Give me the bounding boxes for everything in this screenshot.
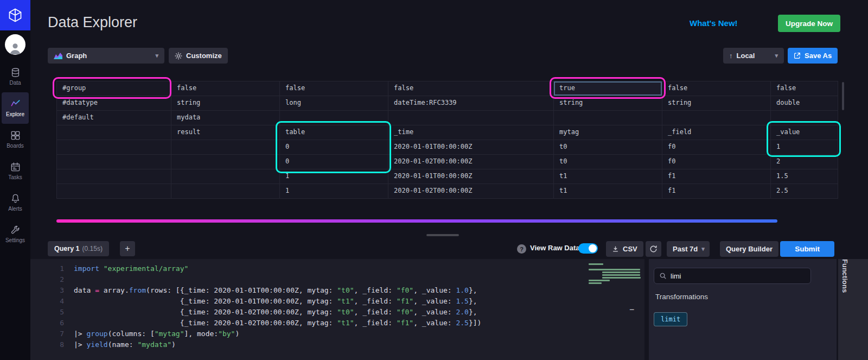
functions-tab-label: Functions [839,259,851,360]
whats-new-link[interactable]: What's New! [690,18,738,28]
line-number: 1 [30,263,64,274]
line-number: 7 [30,329,64,339]
function-result-limit[interactable]: limit [654,312,687,326]
time-range-dropdown[interactable]: Past 7d ▾ [667,241,710,257]
sidebar-item-label: Explore [6,111,24,117]
table-cell: long [280,96,388,111]
functions-panel: Transformations limit [649,259,837,360]
table-cell [171,155,280,169]
table-cell [388,111,554,125]
line-number: 8 [30,339,64,350]
table-cell: 2020-01-01T00:00:00Z [388,140,554,155]
refresh-icon [649,245,658,253]
export-icon [794,52,801,59]
graph-type-icon [54,52,62,59]
avatar[interactable] [5,34,25,55]
refresh-button[interactable] [646,241,661,257]
visualization-type-label: Graph [66,52,87,60]
gradient-scrollbar[interactable] [56,219,777,223]
table-cell: dateTime:RFC3339 [388,96,554,111]
sidebar-item-tasks[interactable]: Tasks [2,155,29,187]
sidebar-item-label: Alerts [8,206,22,212]
table-cell: false [280,81,388,96]
minimap-line [602,274,640,276]
database-icon [10,67,21,78]
table-cell [57,140,171,155]
query-tab[interactable]: Query 1 (0.15s) [48,241,109,256]
chevron-down-icon: ▾ [155,52,158,59]
minimap-line [589,263,603,265]
table-cell: result [171,125,280,140]
query-builder-button[interactable]: Query Builder [720,241,778,257]
minimap-line [602,271,640,273]
functions-tab-strip[interactable]: Functions [838,259,868,360]
table-cell: 1 [280,169,388,184]
line-number: 6 [30,318,64,329]
table-cell: _value [771,125,838,140]
table-cell: t0 [554,155,662,169]
table-cell: mytag [554,125,662,140]
save-as-button[interactable]: Save As [788,48,838,64]
sidebar-nav: DataExploreBoardsTasksAlertsSettings [0,61,30,250]
submit-button[interactable]: Submit [780,241,834,257]
table-cell: 2020-01-02T00:00:00Z [388,184,554,199]
sidebar-item-alerts[interactable]: Alerts [2,187,29,218]
add-query-button[interactable]: + [120,241,135,256]
raw-data-table-wrap: #groupfalsefalsefalsetruefalsefalse#data… [56,81,838,198]
influxdb-logo[interactable] [0,0,30,30]
sidebar-item-data[interactable]: Data [2,61,29,92]
table-cell: 0 [280,140,388,155]
table-cell [171,184,280,199]
sidebar-item-label: Data [9,80,21,86]
editor-code[interactable]: import "experimental/array"data = array.… [74,263,481,350]
minimap-line [589,269,640,270]
function-search-box[interactable] [654,268,811,284]
visualization-type-dropdown[interactable]: Graph ▾ [48,48,164,64]
bell-icon [10,193,21,204]
table-cell: string [554,96,662,111]
table-cell [662,111,771,125]
upgrade-now-button[interactable]: Upgrade Now [778,15,840,32]
sidebar: DataExploreBoardsTasksAlertsSettings [0,0,30,360]
table-cell: 2020-01-01T00:00:00Z [388,169,554,184]
table-cell: double [771,96,838,111]
table-cell: #group [57,81,171,96]
sidebar-item-label: Boards [7,143,24,149]
sidebar-item-boards[interactable]: Boards [2,124,29,155]
csv-download-button[interactable]: CSV [606,241,643,257]
table-cell [57,155,171,169]
table-scrollbar[interactable] [842,82,844,110]
table-cell: _field [662,125,771,140]
view-raw-toggle[interactable] [578,243,598,254]
csv-label: CSV [623,245,637,253]
table-cell: #default [57,111,171,125]
wrench-icon [10,225,21,235]
user-icon [8,41,22,55]
table-cell: f1 [662,184,771,199]
table-cell: t1 [554,184,662,199]
help-icon[interactable]: ? [517,244,526,254]
function-search-input[interactable] [671,272,806,280]
table-cell: 2020-01-02T00:00:00Z [388,155,554,169]
local-dropdown[interactable]: ↑ Local ▾ [723,48,784,64]
customize-button[interactable]: Customize [169,48,228,64]
time-range-label: Past 7d [673,245,698,253]
line-number: 2 [30,274,64,285]
dashboards-icon [10,130,21,141]
chevron-down-icon: ▾ [701,245,705,252]
cube-icon [8,8,23,23]
editor-minimap[interactable] [589,263,643,285]
flux-editor[interactable]: 12345678 import "experimental/array"data… [30,259,644,360]
panel-resize-handle[interactable] [426,234,459,236]
sidebar-item-explore[interactable]: Explore [2,92,29,124]
table-cell: _time [388,125,554,140]
app-window: DataExploreBoardsTasksAlertsSettings Dat… [0,0,868,360]
view-raw-data-label: View Raw Data [530,244,580,252]
table-cell: t1 [554,169,662,184]
table-cell: string [662,96,771,111]
editor-gutter: 12345678 [30,263,64,350]
table-cell [57,169,171,184]
sidebar-item-settings[interactable]: Settings [2,218,29,250]
table-cell: f1 [662,169,771,184]
table-cell: false [388,81,554,96]
